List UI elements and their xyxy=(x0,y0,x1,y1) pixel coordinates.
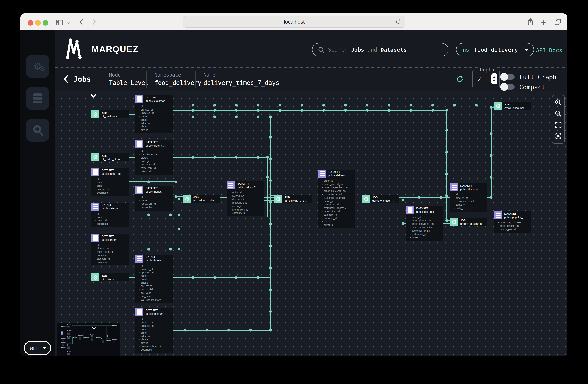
zoom-in-button[interactable] xyxy=(554,99,562,107)
database-icon xyxy=(452,185,457,190)
app-sidebar: ⚙⚙ xyxy=(20,30,55,356)
reload-icon[interactable] xyxy=(395,18,401,25)
lineage-graph-canvas[interactable]: ⚙JOBetl_customersDATASETpublic.customer…… xyxy=(55,91,567,356)
compact-nodes-toggle-knob[interactable] xyxy=(500,83,508,91)
database-icon xyxy=(228,183,233,188)
depth-label: Depth xyxy=(478,67,496,72)
center-node-button[interactable] xyxy=(554,132,562,140)
lineage-node-etl_drivers[interactable]: ⚙JOBetl_drivers xyxy=(91,273,129,281)
address-bar[interactable]: localhost xyxy=(183,16,405,28)
new-tab-button[interactable]: + xyxy=(541,18,546,27)
stepper-down-icon[interactable] xyxy=(493,80,496,82)
lineage-node-etl_customers[interactable]: ⚙JOBetl_customers xyxy=(91,110,129,118)
name-value: delivery_times_7_days xyxy=(204,79,279,86)
divider xyxy=(195,71,196,88)
namespace-select[interactable]: ns food_delivery xyxy=(456,43,534,56)
depth-value: 2 xyxy=(477,75,481,83)
lineage-edges xyxy=(55,91,567,356)
divider xyxy=(101,71,101,88)
zoom-out-button[interactable] xyxy=(554,110,562,118)
back-button[interactable] xyxy=(79,19,84,25)
global-search-input[interactable]: Search Jobs and Datasets xyxy=(312,43,448,56)
search-arrow-icon xyxy=(31,124,44,137)
lineage-node-etl_orders_7_days[interactable]: ⚙JOBetl_orders_7_day… xyxy=(183,195,220,203)
database-icon xyxy=(137,187,142,193)
mode-group: Mode Table Level xyxy=(109,72,149,86)
lineage-node-public_categories[interactable]: DATASETpublic.categori…- id- name- menu_… xyxy=(91,203,129,227)
share-icon[interactable] xyxy=(527,18,533,26)
address-bar-url: localhost xyxy=(284,19,305,25)
tab-overview-icon[interactable] xyxy=(554,19,562,25)
namespace-label: Namespace xyxy=(154,72,201,78)
lineage-node-delivery_times_7_days[interactable]: ⚙JOBdelivery_times_7… xyxy=(362,195,399,203)
lineage-node-public_top_delivery[interactable]: DATASETpublic.top_deli…- order_id- order… xyxy=(406,206,443,241)
lineage-node-public_customers[interactable]: DATASETpublic.customer…- id- created_at-… xyxy=(135,95,173,134)
gears-icon: ⚙⚙ xyxy=(33,61,42,72)
minimap-chevron-icon xyxy=(93,328,95,329)
page-title: Jobs xyxy=(73,75,91,83)
sidebar-toggle-icon[interactable] xyxy=(56,20,63,25)
language-value: en xyxy=(29,344,37,352)
lineage-node-public_popular[interactable]: DATASETpublic.popular_…- order_day_of_we… xyxy=(494,211,531,232)
database-icon xyxy=(137,309,142,315)
namespace-prefix: ns xyxy=(463,46,469,53)
sidebar-item-search[interactable] xyxy=(26,118,49,142)
language-select[interactable]: en xyxy=(24,341,51,355)
forward-button[interactable] xyxy=(92,19,97,25)
full-graph-toggle-knob[interactable] xyxy=(500,73,508,81)
browser-window: localhost + ⚙⚙ xyxy=(20,13,567,356)
mode-label: Mode xyxy=(109,72,149,78)
lineage-node-public_menus[interactable]: DATASETpublic.menus- id- name- restauran… xyxy=(135,186,173,211)
namespace-value: food_delivery xyxy=(474,46,518,53)
lineage-node-etl_delivery_7_days[interactable]: ⚙JOBetl_delivery_7_d… xyxy=(274,195,312,203)
lineage-node-public_menu_items[interactable]: DATASETpublic.menu_ite…- id- name- price… xyxy=(91,168,129,196)
browser-titlebar: localhost + xyxy=(20,13,567,30)
api-docs-link[interactable]: API Docs xyxy=(536,47,562,53)
fit-view-button[interactable] xyxy=(554,121,562,129)
database-icon xyxy=(93,204,98,209)
graph-zoom-controls xyxy=(552,95,565,144)
lineage-node-public_restaurants[interactable]: DATASETpublic.restaura…- id- created_at-… xyxy=(135,308,173,353)
close-window-button[interactable] xyxy=(28,20,33,26)
scroll-up-chevron-icon[interactable] xyxy=(91,94,96,98)
database-icon xyxy=(496,213,501,218)
lineage-node-public_drivers[interactable]: DATASETpublic.drivers- id- created_at- u… xyxy=(135,254,173,303)
database-icon xyxy=(93,169,98,175)
gear-icon: ⚙ xyxy=(185,195,190,203)
toolbar-chevron-down-icon[interactable] xyxy=(66,22,70,24)
marquez-logo xyxy=(65,37,85,60)
divider xyxy=(146,71,147,88)
lineage-node-public_order_status[interactable]: DATASETpublic.order_st…- id- transitione… xyxy=(135,140,173,175)
depth-stepper[interactable] xyxy=(491,73,497,84)
sidebar-item-datasets[interactable] xyxy=(26,87,49,110)
database-icon xyxy=(33,93,42,103)
depth-field[interactable]: Depth 2 xyxy=(472,70,500,88)
lineage-node-orders_popular_day[interactable]: ⚙JOBorders_popular_d… xyxy=(450,218,487,226)
back-chevron-button[interactable] xyxy=(63,74,69,84)
lineage-minimap[interactable] xyxy=(57,323,121,356)
minimize-window-button[interactable] xyxy=(35,20,41,26)
language-caret-icon xyxy=(42,347,46,349)
lineage-node-etl_order_status[interactable]: ⚙JOBetl_order_status xyxy=(91,153,129,161)
gear-icon: ⚙ xyxy=(93,273,98,281)
stepper-up-icon[interactable] xyxy=(493,76,496,78)
zoom-window-button[interactable] xyxy=(42,20,48,26)
lineage-node-email_discounts[interactable]: ⚙JOBemail_discounts xyxy=(494,102,531,110)
gear-icon: ⚙ xyxy=(496,102,501,110)
lineage-node-public_orders_7_days[interactable]: DATASETpublic.orders_7…- order_id- place… xyxy=(227,181,264,216)
sidebar-item-jobs[interactable]: ⚙⚙ xyxy=(26,55,49,78)
gear-icon: ⚙ xyxy=(93,153,98,161)
database-icon xyxy=(93,235,98,241)
gear-icon: ⚙ xyxy=(364,195,369,203)
search-icon xyxy=(318,46,325,53)
database-icon xyxy=(408,207,413,213)
gear-icon: ⚙ xyxy=(93,110,98,118)
lineage-node-public_delivery[interactable]: DATASETpublic.delivery…- order_id- order… xyxy=(318,170,356,228)
database-icon xyxy=(137,96,142,102)
refresh-button[interactable] xyxy=(456,75,464,83)
app-title: MARQUEZ xyxy=(92,44,139,54)
lineage-node-public_discounts[interactable]: DATASETpublic.discount…- id- amount_off-… xyxy=(450,183,487,212)
database-icon xyxy=(137,141,142,147)
lineage-node-public_orders[interactable]: DATASETpublic.orders- id- placed_on- men… xyxy=(91,234,129,266)
name-group: Name delivery_times_7_days xyxy=(204,72,279,86)
